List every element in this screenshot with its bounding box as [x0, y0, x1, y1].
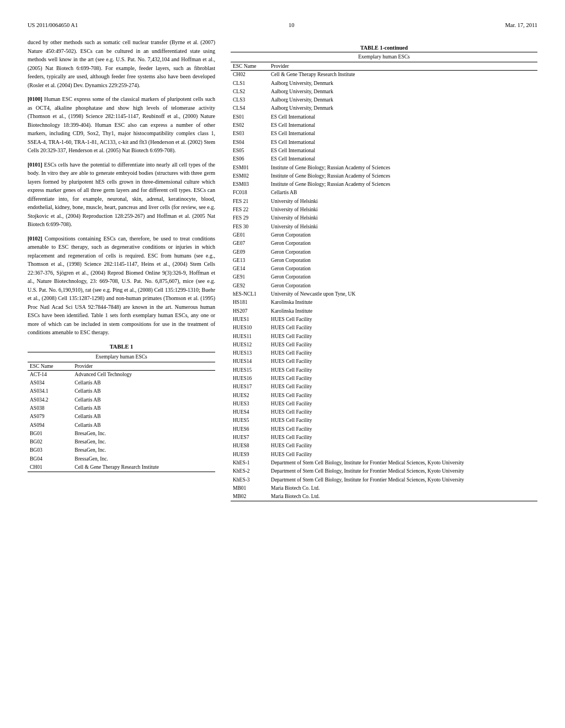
provider-cell: HUES Cell Facility [269, 315, 537, 324]
esc-name-cell: AS038 [28, 404, 72, 413]
table-row: MB01Maria Biotech Co. Ltd. [231, 484, 537, 493]
esc-name-cell: FES 30 [231, 223, 269, 231]
table-row: GE92Geron Corporation [231, 282, 537, 290]
esc-name-cell: HUES8 [231, 442, 269, 450]
provider-cell: Aalborg University, Denmark [269, 88, 537, 96]
provider-cell: HUES Cell Facility [269, 408, 537, 416]
esc-name-cell: ACT-14 [28, 370, 72, 379]
table1-title: TABLE 1 [28, 344, 215, 350]
table-row: AS034.1Cellartis AB [28, 387, 215, 395]
esc-name-cell: GE13 [231, 256, 269, 265]
esc-name-cell: HUES17 [231, 383, 269, 391]
provider-cell: Karolinska Institute [269, 307, 537, 315]
table-row: ES05ES Cell International [231, 147, 537, 155]
provider-cell: Cellartis AB [72, 387, 215, 395]
table-row: KhES-1Department of Stem Cell Biology, I… [231, 459, 537, 467]
esc-name-cell: ES04 [231, 138, 269, 147]
provider-cell: Cellartis AB [72, 404, 215, 413]
provider-cell: HUES Cell Facility [269, 442, 537, 450]
provider-cell: Institute of Gene Biology; Russian Acade… [269, 164, 537, 172]
esc-name-cell: AS034 [28, 379, 72, 387]
esc-name-cell: AS034.1 [28, 387, 72, 395]
table-row: HUES11HUES Cell Facility [231, 333, 537, 341]
page-header: US 2011/0064650 A1 10 Mar. 17, 2011 [28, 22, 537, 28]
paragraph-0102: [0102] Compositions containing ESCs can,… [28, 234, 215, 337]
table-row: HUES6HUES Cell Facility [231, 425, 537, 433]
table-row: GE91Geron Corporation [231, 273, 537, 281]
esc-name-cell: HUES5 [231, 416, 269, 425]
provider-cell: ES Cell International [269, 155, 537, 163]
provider-cell: Cellartis AB [72, 396, 215, 404]
table-row: HUES12HUES Cell Facility [231, 341, 537, 349]
provider-cell: HUES Cell Facility [269, 425, 537, 433]
esc-name-cell: AS034.2 [28, 396, 72, 404]
table-row: BG02BresaGen, Inc. [28, 438, 215, 446]
esc-name-cell: GE91 [231, 273, 269, 281]
provider-cell: University of Helsinki [269, 214, 537, 222]
provider-cell: BresaGen, Inc. [72, 446, 215, 454]
table-row: AS034Cellartis AB [28, 379, 215, 387]
table-row: HUES14HUES Cell Facility [231, 357, 537, 366]
table-row: CLS3Aalborg University, Denmark [231, 96, 537, 104]
table1-continued: Exemplary human ESCs ESC Name Provider C… [231, 52, 537, 501]
provider-cell: Cellartis AB [72, 413, 215, 421]
provider-cell: HUES Cell Facility [269, 333, 537, 341]
provider-cell: HUES Cell Facility [269, 416, 537, 425]
esc-name-cell: hES-NCL1 [231, 290, 269, 298]
esc-name-cell: ESM01 [231, 164, 269, 172]
provider-cell: ES Cell International [269, 138, 537, 147]
provider-cell: HUES Cell Facility [269, 324, 537, 332]
table-row: CLS4Aalborg University, Denmark [231, 104, 537, 113]
provider-cell: BresaGen, Inc. [72, 438, 215, 446]
table-row: FC018Cellartis AB [231, 189, 537, 197]
esc-name-cell: FC018 [231, 189, 269, 197]
provider-cell: Geron Corporation [269, 282, 537, 290]
paragraph-0101: [0101] ESCs cells have the potential to … [28, 160, 215, 229]
esc-name-cell: CLS4 [231, 104, 269, 113]
table-row: ES01ES Cell International [231, 113, 537, 121]
provider-cell: Aalborg University, Denmark [269, 96, 537, 104]
esc-name-cell: CH01 [28, 463, 72, 472]
provider-cell: ES Cell International [269, 147, 537, 155]
table-row: HUES17HUES Cell Facility [231, 383, 537, 391]
table-row: ESM03Institute of Gene Biology; Russian … [231, 180, 537, 189]
content-area: duced by other methods such as somatic c… [28, 38, 537, 501]
table-row: HUES13HUES Cell Facility [231, 349, 537, 357]
table-row: HUES10HUES Cell Facility [231, 324, 537, 332]
provider-cell: Cellartis AB [72, 379, 215, 387]
provider-cell: Cell & Gene Therapy Research Institute [269, 71, 537, 79]
esc-name-cell: GE92 [231, 282, 269, 290]
table-row: KhES-2Department of Stem Cell Biology, I… [231, 467, 537, 475]
esc-name-cell: GE07 [231, 239, 269, 248]
provider-cell: Geron Corporation [269, 248, 537, 256]
esc-name-cell: HUES6 [231, 425, 269, 433]
esc-name-cell: HS207 [231, 307, 269, 315]
provider-cell: Advanced Cell Technology [72, 370, 215, 379]
esc-name-cell: FES 29 [231, 214, 269, 222]
provider-cell: Institute of Gene Biology; Russian Acade… [269, 172, 537, 180]
header-page-number: 10 [289, 22, 295, 28]
esc-name-cell: HUES4 [231, 408, 269, 416]
provider-cell: BressaGen, Inc. [72, 455, 215, 463]
provider-cell: HUES Cell Facility [269, 433, 537, 442]
table-row: BG04BressaGen, Inc. [28, 455, 215, 463]
provider-cell: Department of Stem Cell Biology, Institu… [269, 467, 537, 475]
provider-cell: Cellartis AB [269, 189, 537, 197]
esc-name-cell: AS079 [28, 413, 72, 421]
provider-cell: Karolinska Institute [269, 298, 537, 307]
provider-cell: ES Cell International [269, 121, 537, 130]
table-row: ES02ES Cell International [231, 121, 537, 130]
para-num-0102: [0102] [28, 235, 42, 242]
provider-cell: HUES Cell Facility [269, 341, 537, 349]
provider-cell: HUES Cell Facility [269, 374, 537, 383]
table-row: ESM02Institute of Gene Biology; Russian … [231, 172, 537, 180]
esc-name-cell: HUES13 [231, 349, 269, 357]
esc-name-cell: ES01 [231, 113, 269, 121]
provider-cell: University of Helsinki [269, 197, 537, 206]
table1-continued-title: TABLE 1-continued [231, 45, 537, 51]
esc-name-cell: MB01 [231, 484, 269, 493]
para-num-0101: [0101] [28, 162, 42, 168]
esc-name-cell: HUES9 [231, 451, 269, 459]
provider-cell: Maria Biotech Co. Ltd. [269, 493, 537, 501]
provider-cell: HUES Cell Facility [269, 349, 537, 357]
